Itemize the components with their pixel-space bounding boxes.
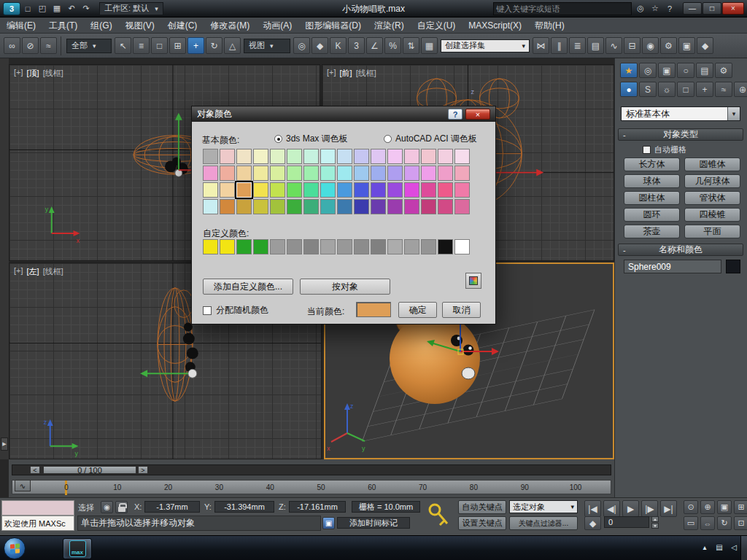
- spinner-snap-icon[interactable]: ⇅: [403, 37, 419, 54]
- color-swatch[interactable]: [371, 182, 386, 198]
- selection-filter-dropdown[interactable]: 全部 ▾: [66, 39, 112, 53]
- x-coordinate-field[interactable]: [144, 501, 200, 513]
- color-swatch[interactable]: [404, 166, 419, 181]
- viewport-general-menu[interactable]: [+]: [327, 68, 336, 79]
- name-color-rollout[interactable]: - 名称和颜色: [618, 244, 743, 256]
- hierarchy-tab-icon[interactable]: ▣: [658, 63, 676, 78]
- maxscript-mini-listener-pink[interactable]: [1, 500, 74, 516]
- named-selection-set-dropdown[interactable]: 创建选择集 ▾: [441, 39, 530, 52]
- rendered-frame-icon[interactable]: ▣: [678, 37, 695, 54]
- space-warps-icon[interactable]: ≈: [715, 82, 732, 97]
- color-swatch[interactable]: [270, 182, 285, 198]
- zoom-extents-all-icon[interactable]: ⊞: [734, 500, 747, 514]
- graphite-ribbon-icon[interactable]: ▤: [587, 37, 604, 54]
- systems-icon[interactable]: ⊕: [734, 82, 747, 97]
- max-logo-icon[interactable]: 3: [3, 2, 20, 15]
- color-swatch[interactable]: [421, 182, 436, 198]
- go-to-end-button[interactable]: ▶|: [660, 500, 677, 517]
- dialog-titlebar[interactable]: 对象颜色 ? ×: [192, 106, 495, 122]
- cameras-icon[interactable]: □: [677, 82, 694, 97]
- create-tab-icon[interactable]: ★: [620, 63, 638, 78]
- orbit-icon[interactable]: ↻: [717, 516, 732, 530]
- radio-icon[interactable]: [274, 135, 282, 143]
- select-object-icon[interactable]: ↖: [115, 37, 131, 54]
- color-swatch[interactable]: [203, 239, 218, 254]
- color-swatch[interactable]: [337, 239, 352, 254]
- material-editor-icon[interactable]: ◉: [642, 37, 659, 54]
- color-swatch[interactable]: [337, 149, 352, 164]
- color-swatch[interactable]: [253, 182, 268, 198]
- selection-lock-icon[interactable]: [115, 501, 128, 513]
- color-swatch[interactable]: [203, 166, 218, 181]
- menu-item[interactable]: 创建(C): [161, 18, 204, 34]
- checkbox[interactable]: [203, 306, 212, 315]
- color-swatch[interactable]: [404, 182, 419, 198]
- color-swatch[interactable]: [354, 239, 369, 254]
- object-type-button[interactable]: 管状体: [684, 191, 740, 205]
- color-swatch[interactable]: [404, 239, 419, 254]
- tray-network-icon[interactable]: ▤: [713, 540, 725, 553]
- color-swatch[interactable]: [303, 166, 319, 181]
- track-bar-ruler[interactable]: 0102030405060708090100: [12, 480, 611, 494]
- color-swatch[interactable]: [203, 199, 218, 214]
- color-swatch[interactable]: [371, 149, 386, 164]
- search-box[interactable]: [493, 2, 632, 15]
- primitive-category-dropdown[interactable]: 标准基本体 ▾: [621, 106, 740, 121]
- tray-volume-icon[interactable]: ◁: [728, 540, 740, 553]
- color-swatch[interactable]: [236, 182, 252, 198]
- color-swatch[interactable]: [404, 149, 419, 164]
- zoom-region-icon[interactable]: ▭: [684, 516, 698, 530]
- color-swatch[interactable]: [253, 239, 268, 254]
- help-icon[interactable]: ?: [662, 2, 677, 15]
- curve-editor-icon[interactable]: ∿: [605, 37, 622, 54]
- color-swatch[interactable]: [337, 166, 352, 181]
- color-swatch[interactable]: [220, 166, 235, 181]
- search-input[interactable]: [496, 4, 629, 13]
- object-name-field[interactable]: [624, 260, 721, 273]
- color-swatch[interactable]: [220, 199, 235, 214]
- select-and-move-icon[interactable]: +: [187, 37, 204, 54]
- color-swatch[interactable]: [387, 199, 403, 214]
- color-swatch[interactable]: [203, 149, 218, 164]
- menu-item[interactable]: 动画(A): [256, 18, 298, 34]
- color-swatch[interactable]: [320, 199, 336, 214]
- viewport-shading-label[interactable]: [线框]: [43, 266, 63, 277]
- menu-item[interactable]: 工具(T): [42, 18, 84, 34]
- color-swatch[interactable]: [287, 166, 302, 181]
- color-swatch[interactable]: [220, 182, 235, 198]
- play-button[interactable]: ▶: [622, 500, 639, 517]
- minimize-button[interactable]: —: [683, 2, 702, 15]
- select-label[interactable]: 选择: [78, 502, 94, 513]
- color-swatch[interactable]: [371, 166, 386, 181]
- object-color-swatch[interactable]: [726, 260, 740, 273]
- set-key-button[interactable]: 设置关键点: [458, 516, 506, 530]
- checkbox[interactable]: [643, 146, 651, 154]
- color-swatch[interactable]: [320, 239, 336, 254]
- color-swatch[interactable]: [287, 149, 302, 164]
- zoom-icon[interactable]: ⊙: [684, 500, 698, 514]
- time-slider-track[interactable]: < 0 / 100 >: [12, 464, 611, 475]
- lights-icon[interactable]: ☼: [658, 82, 676, 97]
- color-swatch[interactable]: [203, 182, 218, 198]
- color-swatch[interactable]: [421, 149, 436, 164]
- y-coordinate-field[interactable]: [214, 501, 274, 513]
- color-swatch[interactable]: [454, 166, 470, 181]
- viewport-general-menu[interactable]: [+]: [14, 68, 23, 79]
- color-swatch[interactable]: [270, 239, 285, 254]
- maxscript-mini-listener[interactable]: 欢迎使用 MAXSc: [1, 516, 74, 531]
- color-swatch[interactable]: [387, 239, 403, 254]
- color-swatch[interactable]: [236, 166, 252, 181]
- object-type-button[interactable]: 球体: [624, 174, 680, 188]
- object-type-rollout[interactable]: - 对象类型: [618, 128, 743, 141]
- next-frame-arrow[interactable]: >: [138, 466, 148, 474]
- object-type-button[interactable]: 圆环: [624, 208, 680, 222]
- menu-item[interactable]: 渲染(R): [368, 18, 411, 34]
- display-tab-icon[interactable]: ▤: [696, 63, 713, 78]
- color-swatch[interactable]: [253, 166, 268, 181]
- menu-item[interactable]: 组(G): [84, 18, 118, 34]
- go-to-start-button[interactable]: |◀: [584, 500, 601, 517]
- color-swatch[interactable]: [320, 182, 336, 198]
- object-type-button[interactable]: 平面: [684, 225, 740, 238]
- color-picker-button[interactable]: [465, 273, 481, 289]
- viewport-shading-label[interactable]: [线框]: [356, 68, 376, 79]
